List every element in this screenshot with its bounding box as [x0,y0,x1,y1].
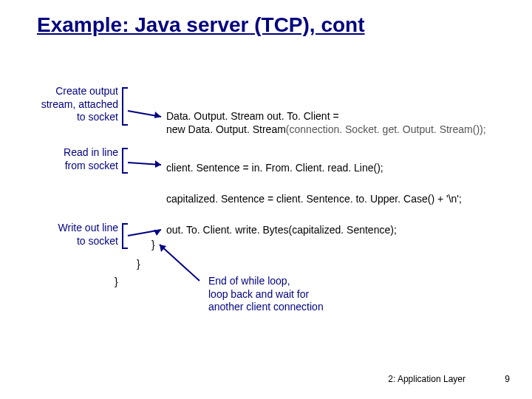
note-write-line: Write out line to socket [37,222,118,248]
svg-marker-5 [154,230,161,236]
note-read-line: Read in line from socket [37,146,118,172]
code-brace: } [151,238,155,251]
note-line: loop back and wait for [208,288,309,300]
code-line: Data. Output. Stream out. To. Client = [166,110,339,122]
code-line: client. Sentence = in. From. Client. rea… [166,162,383,174]
note-line: Read in line [64,146,118,158]
note-end-loop: End of while loop, loop back and wait fo… [208,275,324,314]
note-line: Write out line [58,222,118,233]
arrow-icon [128,158,168,167]
note-line: End of while loop, [208,275,290,287]
code-line: out. To. Client. write. Bytes(capitalize… [166,224,397,236]
note-create-output-stream: Create output stream, attached to socket [22,85,118,124]
brace-1 [122,87,128,126]
code-brace: } [137,257,140,270]
brace-2 [122,148,128,174]
code-line: capitalized. Sentence = client. Sentence… [166,193,462,205]
code-capitalize: capitalized. Sentence = client. Sentence… [166,192,462,205]
slide-title: Example: Java server (TCP), cont [37,13,365,37]
note-line: stream, attached [41,98,118,110]
note-line: to socket [77,235,118,247]
note-line: from socket [65,160,118,171]
code-write-bytes: out. To. Client. write. Bytes(capitalize… [166,223,397,236]
note-line: Create output [55,85,118,97]
code-output-stream: Data. Output. Stream out. To. Client = n… [166,109,486,136]
note-line: another client connection [208,301,324,313]
code-line-dim: (connection. Socket. get. Output. Stream… [286,123,486,135]
brace-3 [122,223,128,249]
arrow-icon [128,103,168,118]
footer-page-number: 9 [505,374,510,384]
code-line: new Data. Output. Stream [166,123,286,135]
note-line: to socket [77,111,118,123]
svg-line-6 [160,245,200,281]
svg-marker-7 [160,245,166,252]
code-read-line: client. Sentence = in. From. Client. rea… [166,161,383,174]
footer-chapter: 2: Application Layer [388,374,466,384]
code-brace: } [115,275,118,288]
arrow-icon [155,240,207,284]
